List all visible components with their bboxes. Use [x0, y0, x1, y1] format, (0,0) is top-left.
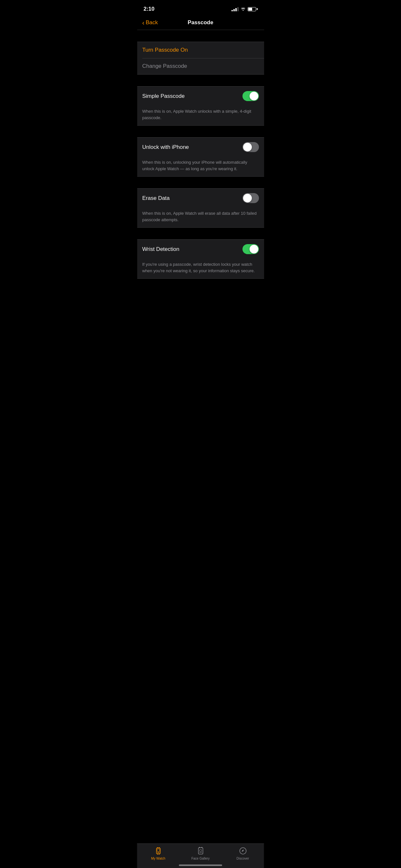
erase-data-row[interactable]: Erase Data [137, 189, 264, 208]
unlock-iphone-row[interactable]: Unlock with iPhone [137, 137, 264, 157]
erase-data-toggle-thumb [243, 194, 252, 203]
signal-bars-icon [232, 7, 239, 11]
nav-title: Passcode [188, 20, 213, 26]
back-button[interactable]: ‹ Back [143, 20, 158, 26]
simple-passcode-toggle-thumb [250, 92, 258, 100]
simple-passcode-section: Simple Passcode When this is on, Apple W… [137, 86, 264, 126]
erase-data-toggle[interactable] [243, 193, 259, 203]
section-spacer-5 [137, 228, 264, 239]
section-spacer-3 [137, 126, 264, 137]
erase-data-label: Erase Data [143, 195, 170, 202]
status-bar: 2:10 [137, 0, 264, 16]
back-chevron-icon: ‹ [143, 20, 145, 26]
wifi-icon [241, 6, 246, 11]
change-passcode-label: Change Passcode [143, 63, 187, 69]
passcode-section: Turn Passcode On Change Passcode [137, 42, 264, 75]
unlock-iphone-toggle[interactable] [243, 142, 259, 152]
status-time: 2:10 [144, 6, 155, 12]
section-spacer-2 [137, 74, 264, 86]
simple-passcode-description: When this is on, Apple Watch unlocks wit… [137, 105, 264, 125]
turn-passcode-on-row[interactable]: Turn Passcode On [137, 42, 264, 58]
erase-data-description: When this is on, Apple Watch will erase … [137, 208, 264, 227]
section-spacer-4 [137, 177, 264, 188]
wrist-detection-toggle-thumb [250, 245, 258, 253]
back-label: Back [146, 20, 158, 26]
section-spacer-1 [137, 30, 264, 42]
unlock-iphone-toggle-thumb [243, 143, 252, 151]
change-passcode-row[interactable]: Change Passcode [137, 58, 264, 74]
status-icons [232, 6, 258, 11]
main-content: Turn Passcode On Change Passcode Simple … [137, 30, 264, 308]
simple-passcode-label: Simple Passcode [143, 93, 185, 99]
turn-passcode-on-label: Turn Passcode On [143, 47, 188, 53]
unlock-iphone-label: Unlock with iPhone [143, 144, 189, 151]
wrist-detection-section: Wrist Detection If you're using a passco… [137, 239, 264, 279]
erase-data-section: Erase Data When this is on, Apple Watch … [137, 188, 264, 228]
wrist-detection-toggle[interactable] [243, 244, 259, 254]
wrist-detection-label: Wrist Detection [143, 246, 180, 252]
unlock-iphone-section: Unlock with iPhone When this is on, unlo… [137, 137, 264, 177]
unlock-iphone-description: When this is on, unlocking your iPhone w… [137, 157, 264, 176]
wrist-detection-row[interactable]: Wrist Detection [137, 240, 264, 259]
wrist-detection-description: If you're using a passcode, wrist detect… [137, 259, 264, 278]
nav-bar: ‹ Back Passcode [137, 16, 264, 30]
simple-passcode-toggle[interactable] [243, 91, 259, 101]
simple-passcode-row[interactable]: Simple Passcode [137, 87, 264, 105]
battery-icon [248, 7, 258, 11]
